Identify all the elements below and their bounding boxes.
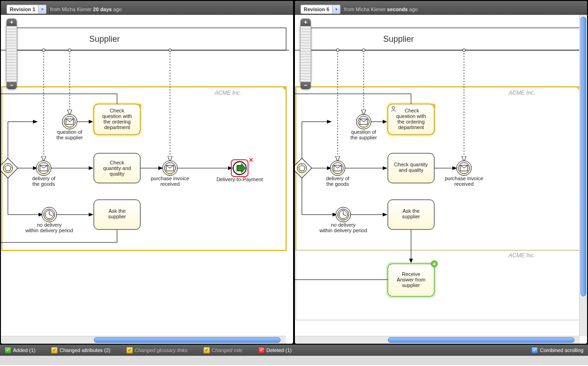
svg-text:question with: question with bbox=[102, 113, 132, 119]
window-bottom-bar bbox=[0, 356, 588, 365]
chevron-down-icon: ▾ bbox=[38, 5, 46, 13]
toggle-combined-scrolling[interactable]: ✓ Combined scrolling bbox=[531, 347, 583, 353]
svg-text:supplier: supplier bbox=[402, 282, 420, 288]
svg-text:+: + bbox=[433, 261, 436, 267]
checkbox-icon: ✓ bbox=[531, 347, 538, 353]
svg-text:the ordering: the ordering bbox=[104, 119, 131, 124]
status-bar: ✓ Added (1) ✓ Changed attributes (2) ✓ C… bbox=[0, 345, 588, 356]
svg-text:Ask the: Ask the bbox=[109, 208, 126, 214]
lane-label: ACME Inc. bbox=[508, 90, 535, 96]
zoom-control[interactable]: + − bbox=[7, 19, 17, 89]
svg-text:quality: quality bbox=[110, 171, 124, 176]
revision-label: Revision 6 bbox=[301, 7, 332, 12]
revision-selector-right[interactable]: Revision 6 ▾ bbox=[301, 5, 340, 14]
zoom-control[interactable]: + − bbox=[301, 19, 311, 89]
checkbox-icon: ✓ bbox=[126, 347, 133, 353]
zoom-in-button[interactable]: + bbox=[301, 19, 311, 26]
revision-selector-left[interactable]: Revision 1 ▾ bbox=[7, 5, 46, 14]
svg-text:question of: question of bbox=[57, 129, 83, 135]
svg-text:within delivery period: within delivery period bbox=[25, 228, 73, 233]
event-delivery[interactable] bbox=[330, 161, 345, 176]
event-invoice[interactable] bbox=[163, 161, 177, 176]
hscrollbar-left[interactable] bbox=[1, 336, 286, 344]
svg-text:Check: Check bbox=[405, 108, 419, 113]
svg-text:supplier: supplier bbox=[108, 214, 126, 219]
filter-label: Changed attributes (2) bbox=[59, 347, 110, 353]
event-delivery[interactable] bbox=[36, 161, 51, 176]
filter-label: Deleted (1) bbox=[267, 347, 292, 353]
svg-text:Delivery-to-Payment: Delivery-to-Payment bbox=[216, 176, 263, 182]
checkbox-icon: ✓ bbox=[258, 347, 265, 353]
right-pane: Revision 6 ▾ from Micha Kiener seconds a… bbox=[295, 1, 587, 344]
svg-text:Receive: Receive bbox=[402, 271, 420, 277]
pool-supplier[interactable] bbox=[301, 28, 580, 50]
svg-text:purchase invoice: purchase invoice bbox=[151, 176, 189, 181]
left-pane: Revision 1 ▾ from Micha Kiener 20 days a… bbox=[1, 1, 293, 344]
filter-deleted[interactable]: ✓ Deleted (1) bbox=[258, 347, 292, 353]
zoom-in-button[interactable]: + bbox=[7, 19, 17, 26]
svg-text:quantity and: quantity and bbox=[103, 165, 131, 171]
lane-label: ACME Inc. bbox=[214, 90, 241, 96]
svg-text:no delivery: no delivery bbox=[37, 222, 62, 228]
svg-text:department: department bbox=[398, 124, 424, 130]
bpmn-diagram-right: Supplier ACME Inc. ACME Inc. bbox=[295, 15, 587, 336]
svg-text:Check: Check bbox=[110, 108, 124, 113]
chevron-down-icon: ▾ bbox=[332, 5, 340, 13]
revision-meta: from Micha Kiener 20 days ago bbox=[50, 7, 122, 12]
hscrollbar-right[interactable] bbox=[295, 336, 580, 344]
svg-text:purchase invoice: purchase invoice bbox=[445, 176, 483, 181]
filter-added[interactable]: ✓ Added (1) bbox=[5, 347, 35, 353]
zoom-out-button[interactable]: − bbox=[7, 82, 17, 89]
lane-acme-2[interactable] bbox=[296, 250, 580, 320]
canvas-left[interactable]: Supplier ACME Inc. bbox=[1, 15, 293, 336]
pool-label: Supplier bbox=[89, 34, 120, 44]
hscroll-thumb[interactable] bbox=[94, 337, 281, 343]
vscrollbar-right[interactable] bbox=[579, 15, 587, 336]
event-question[interactable] bbox=[356, 114, 371, 129]
toggle-label: Combined scrolling bbox=[540, 347, 583, 353]
svg-text:the supplier: the supplier bbox=[57, 135, 83, 140]
svg-text:received: received bbox=[160, 181, 180, 187]
filter-changed-attributes[interactable]: ✓ Changed attributes (2) bbox=[51, 347, 110, 353]
hscroll-thumb[interactable] bbox=[388, 337, 575, 343]
checkbox-icon: ✓ bbox=[203, 347, 210, 353]
checkbox-icon: ✓ bbox=[5, 347, 11, 353]
svg-text:delivery of: delivery of bbox=[326, 176, 350, 181]
event-invoice[interactable] bbox=[457, 161, 471, 176]
revision-meta: from Micha Kiener seconds ago bbox=[344, 7, 418, 12]
svg-text:question with: question with bbox=[396, 113, 426, 119]
zoom-out-button[interactable]: − bbox=[301, 82, 311, 89]
svg-text:the ordering: the ordering bbox=[398, 119, 425, 124]
svg-text:department: department bbox=[104, 124, 130, 130]
svg-text:Check quantity: Check quantity bbox=[394, 162, 428, 167]
zoom-track[interactable] bbox=[300, 26, 311, 82]
svg-text:the goods: the goods bbox=[327, 181, 349, 187]
pool-supplier[interactable] bbox=[7, 28, 286, 50]
event-no-delivery[interactable] bbox=[42, 207, 57, 222]
svg-text:Answer from: Answer from bbox=[397, 277, 425, 282]
event-no-delivery[interactable] bbox=[336, 207, 351, 222]
svg-text:✕: ✕ bbox=[248, 157, 254, 163]
canvas-right[interactable]: Supplier ACME Inc. ACME Inc. bbox=[295, 15, 587, 336]
event-question[interactable] bbox=[62, 114, 77, 129]
filter-label: Changed role bbox=[212, 347, 242, 353]
checkbox-icon: ✓ bbox=[51, 347, 58, 353]
svg-text:received: received bbox=[454, 181, 474, 187]
svg-text:Check: Check bbox=[110, 160, 124, 165]
svg-text:question of: question of bbox=[351, 129, 377, 135]
svg-text:no delivery: no delivery bbox=[331, 222, 356, 228]
bpmn-diagram-left: Supplier ACME Inc. bbox=[1, 15, 293, 336]
filter-changed-glossary[interactable]: ✓ Changed glossary links bbox=[126, 347, 188, 353]
lane2-label: ACME Inc. bbox=[508, 252, 535, 259]
filter-label: Changed glossary links bbox=[135, 347, 188, 353]
vscroll-thumb[interactable] bbox=[581, 17, 586, 296]
zoom-track[interactable] bbox=[6, 26, 17, 82]
filter-label: Added (1) bbox=[13, 347, 35, 353]
svg-text:the goods: the goods bbox=[33, 181, 55, 187]
filter-changed-role[interactable]: ✓ Changed role bbox=[203, 347, 242, 353]
svg-text:and quality: and quality bbox=[399, 167, 424, 173]
svg-text:the supplier: the supplier bbox=[351, 135, 377, 140]
svg-text:supplier: supplier bbox=[402, 214, 420, 219]
svg-text:Ask the: Ask the bbox=[403, 208, 420, 214]
svg-text:delivery of: delivery of bbox=[32, 176, 56, 181]
